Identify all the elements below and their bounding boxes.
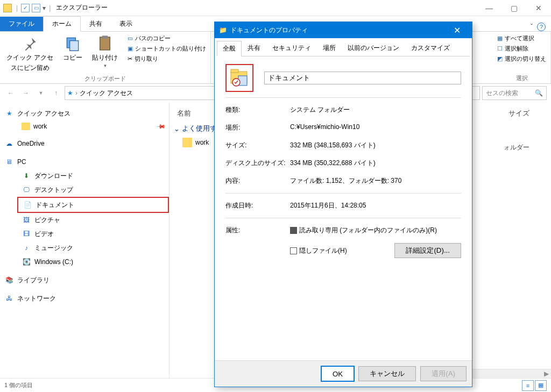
paste-shortcut-button[interactable]: ▣ ショートカットの貼り付け bbox=[126, 44, 207, 53]
created-value: 2015年11月6日、14:28:05 bbox=[290, 201, 366, 210]
select-invert-button[interactable]: ◩ 選択の切り替え bbox=[496, 54, 547, 63]
tree-onedrive[interactable]: ☁ OneDrive bbox=[0, 137, 169, 151]
properties-dialog: 📁 ドキュメントのプロパティ ✕ 全般 共有 セキュリティ 場所 以前のバージョ… bbox=[214, 22, 472, 387]
tree-desktop[interactable]: 🖵 デスクトップ bbox=[0, 183, 169, 197]
tree-label: ライブラリ bbox=[17, 276, 50, 285]
copy-path-button[interactable]: ▭ パスのコピー bbox=[126, 34, 207, 43]
nav-forward-button[interactable]: → bbox=[19, 87, 32, 99]
pc-icon: 🖥 bbox=[4, 157, 14, 167]
apply-button[interactable]: 適用(A) bbox=[420, 366, 467, 381]
svg-rect-1 bbox=[70, 41, 79, 51]
cut-button[interactable]: ✂ 切り取り bbox=[126, 54, 207, 63]
window-title: エクスプローラー bbox=[56, 3, 108, 12]
folder-name-input[interactable] bbox=[264, 72, 461, 84]
nav-up-button[interactable]: ↑ bbox=[50, 87, 62, 99]
tree-work[interactable]: work 📌 bbox=[0, 120, 169, 132]
tree-cdrive[interactable]: 💽 Windows (C:) bbox=[0, 255, 169, 269]
paste-button[interactable]: 貼り付け ▼ bbox=[89, 34, 121, 74]
network-icon: 🖧 bbox=[4, 294, 14, 303]
tab-home[interactable]: ホーム bbox=[43, 16, 81, 32]
pictures-icon: 🖼 bbox=[22, 215, 31, 225]
svg-rect-3 bbox=[102, 35, 108, 38]
copy-button[interactable]: コピー bbox=[60, 34, 86, 74]
tree-library[interactable]: 📚 ライブラリ bbox=[0, 273, 169, 287]
view-details-button[interactable]: ≡ bbox=[522, 380, 534, 391]
tab-view[interactable]: 表示 bbox=[111, 17, 141, 31]
onedrive-icon: ☁ bbox=[4, 139, 14, 148]
minimize-button[interactable]: — bbox=[477, 0, 501, 16]
view-tiles-button[interactable]: ▦ bbox=[535, 380, 547, 391]
qat-properties-icon[interactable]: ✓ bbox=[21, 4, 30, 12]
tree-label: ドキュメント bbox=[36, 201, 74, 210]
dialog-close-button[interactable]: ✕ bbox=[446, 25, 468, 35]
readonly-label: 読み取り専用 (フォルダー内のファイルのみ)(R) bbox=[299, 226, 437, 235]
close-button[interactable]: ✕ bbox=[526, 0, 551, 16]
breadcrumb-current[interactable]: クイック アクセス bbox=[80, 89, 133, 98]
cut-label: 切り取り bbox=[135, 55, 158, 63]
chevron-down-icon[interactable]: ▾ bbox=[43, 4, 46, 12]
nav-back-button[interactable]: ← bbox=[4, 87, 17, 99]
select-all-button[interactable]: ▦ すべて選択 bbox=[496, 34, 547, 43]
dialog-body: 種類:システム フォルダー 場所:C:¥Users¥michio-Win10 サ… bbox=[215, 56, 472, 270]
tree-label: ピクチャ bbox=[34, 216, 60, 225]
nav-tree[interactable]: ★ クイック アクセス work 📌 ☁ OneDrive 🖥 PC ⬇ ダウン… bbox=[0, 102, 169, 378]
advanced-button[interactable]: 詳細設定(D)... bbox=[394, 243, 461, 258]
tree-label: OneDrive bbox=[17, 140, 45, 147]
tree-downloads[interactable]: ⬇ ダウンロード bbox=[0, 169, 169, 183]
select-invert-label: 選択の切り替え bbox=[505, 55, 546, 63]
qat-separator-2: | bbox=[49, 4, 51, 12]
paste-label: 貼り付け bbox=[92, 53, 118, 62]
dialog-titlebar[interactable]: 📁 ドキュメントのプロパティ ✕ bbox=[215, 22, 472, 38]
hidden-label: 隠しファイル(H) bbox=[299, 246, 347, 255]
tree-music[interactable]: ♪ ミュージック bbox=[0, 241, 169, 255]
paste-icon bbox=[96, 35, 114, 52]
location-label: 場所: bbox=[225, 123, 290, 132]
breadcrumb-chevron-icon: › bbox=[75, 89, 77, 97]
hidden-checkbox[interactable]: 隠しファイル(H) bbox=[290, 246, 347, 255]
nav-history-dropdown[interactable]: ▼ bbox=[34, 87, 47, 99]
tab-general[interactable]: 全般 bbox=[217, 41, 242, 56]
tree-label: ダウンロード bbox=[34, 172, 73, 181]
readonly-checkbox[interactable]: 読み取り専用 (フォルダー内のファイルのみ)(R) bbox=[290, 226, 437, 235]
collapse-ribbon-icon[interactable]: ˇ bbox=[531, 23, 533, 31]
tree-pc[interactable]: 🖥 PC bbox=[0, 155, 169, 169]
tree-label: ビデオ bbox=[34, 230, 54, 239]
pin-icon bbox=[22, 35, 39, 52]
svg-rect-2 bbox=[100, 37, 110, 50]
copy-label: コピー bbox=[63, 53, 82, 62]
star-icon: ★ bbox=[4, 109, 14, 118]
downloads-icon: ⬇ bbox=[22, 171, 31, 181]
tree-label: ネットワーク bbox=[17, 294, 56, 303]
tree-pictures[interactable]: 🖼 ピクチャ bbox=[0, 213, 169, 227]
tab-share[interactable]: 共有 bbox=[81, 17, 111, 31]
search-box[interactable]: セスの検索 🔍 bbox=[482, 86, 547, 100]
tab-security[interactable]: セキュリティ bbox=[266, 40, 317, 56]
column-header-size[interactable]: サイズ bbox=[508, 106, 529, 120]
tree-quick-access[interactable]: ★ クイック アクセス bbox=[0, 106, 169, 120]
item-count: 1 個の項目 bbox=[4, 381, 33, 389]
scroll-right-icon[interactable]: ▶ bbox=[542, 370, 551, 377]
maximize-button[interactable]: ▢ bbox=[501, 0, 526, 16]
tree-documents[interactable]: 📄 ドキュメント bbox=[17, 197, 169, 213]
cancel-button[interactable]: キャンセル bbox=[358, 366, 416, 381]
tree-label: クイック アクセス bbox=[17, 109, 70, 118]
ok-button[interactable]: OK bbox=[321, 366, 354, 381]
tree-label: デスクトップ bbox=[34, 186, 73, 195]
type-value: システム フォルダー bbox=[290, 105, 350, 115]
select-invert-icon: ◩ bbox=[497, 55, 503, 62]
tree-network[interactable]: 🖧 ネットワーク bbox=[0, 291, 169, 305]
help-icon[interactable]: ? bbox=[537, 23, 546, 31]
tab-location[interactable]: 場所 bbox=[317, 40, 342, 56]
clipboard-group-label: クリップボード bbox=[3, 75, 207, 83]
tab-file[interactable]: ファイル bbox=[0, 17, 43, 31]
tree-label: Windows (C:) bbox=[34, 258, 73, 266]
tree-videos[interactable]: 🎞 ビデオ bbox=[0, 227, 169, 241]
select-all-icon: ▦ bbox=[497, 35, 503, 42]
qat-new-folder-icon[interactable]: ▭ bbox=[32, 4, 40, 12]
pin-to-quick-access-button[interactable]: クイック アクセ スにピン留め bbox=[3, 34, 56, 74]
tab-previous-versions[interactable]: 以前のバージョン bbox=[342, 40, 405, 56]
select-none-button[interactable]: ☐ 選択解除 bbox=[496, 44, 547, 53]
tab-sharing[interactable]: 共有 bbox=[242, 40, 266, 56]
drive-icon: 💽 bbox=[22, 257, 31, 267]
tab-customize[interactable]: カスタマイズ bbox=[405, 40, 456, 56]
